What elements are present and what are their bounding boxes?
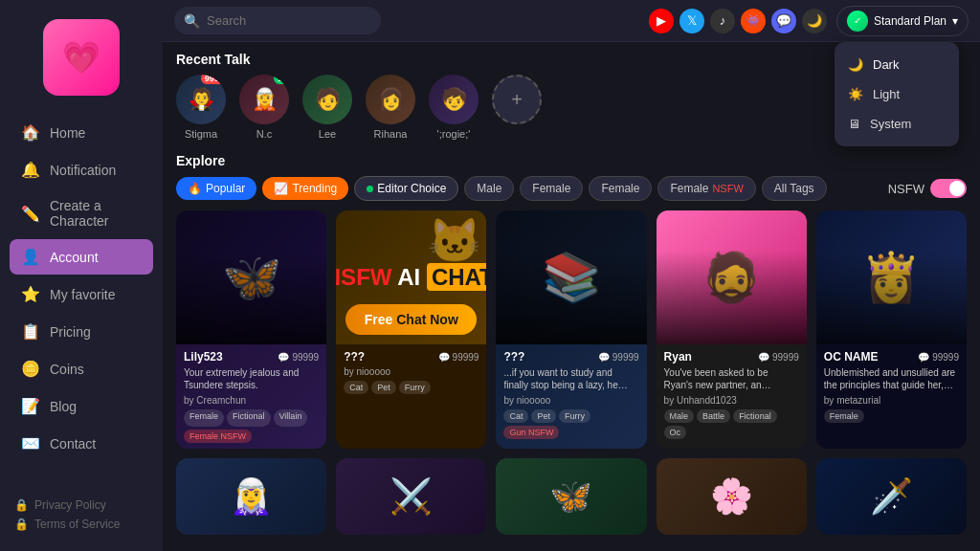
filter-male-btn[interactable]: Male [464, 176, 514, 201]
youtube-icon[interactable]: ▶ [649, 9, 674, 33]
discord-icon[interactable]: 💬 [771, 9, 796, 33]
filter-female-btn[interactable]: Female [520, 176, 583, 201]
lee-name: Lee [319, 128, 336, 140]
twitter-icon[interactable]: 𝕏 [679, 9, 704, 33]
sidebar-label-account: Account [50, 250, 99, 265]
bottom-card-2[interactable]: ⚔️ [336, 458, 486, 535]
sidebar-item-contact[interactable]: ✉️ Contact [10, 426, 153, 461]
trending-label: Trending [292, 182, 337, 195]
chevron-down-icon: ▾ [952, 14, 958, 28]
green-dot-icon [367, 186, 373, 192]
logo-emoji: 💗 [62, 39, 100, 76]
filter-female-nsfw-btn[interactable]: Female NSFW [657, 176, 755, 201]
dropdown-item-system[interactable]: 🖥 System [835, 109, 959, 139]
avatar-lee[interactable]: 🧑 Lee [302, 75, 352, 140]
sidebar-item-pricing[interactable]: 📋 Pricing [10, 314, 153, 349]
home-icon: 🏠 [21, 123, 40, 142]
nsfw-badge-text: NSFW [712, 183, 743, 194]
filter-trending-btn[interactable]: 📈 Trending [262, 177, 348, 200]
bottom-card-4[interactable]: 🌸 [657, 458, 807, 535]
card-oc-name[interactable]: 👸 OC NAME 💬 99999 Unblemished and unsull… [816, 210, 967, 449]
promo-tags: Cat Pet Furry [344, 381, 479, 394]
filter-popular-btn[interactable]: 🔥 Popular [176, 177, 256, 200]
avatar-rogie[interactable]: 🧒 ';rogie;' [429, 75, 479, 140]
lily523-author: by Creamchun [184, 395, 319, 406]
filter-editor-btn[interactable]: Editor Choice [354, 176, 458, 201]
dropdown-item-dark[interactable]: 🌙 Dark [835, 50, 959, 79]
privacy-policy-link[interactable]: 🔒 Privacy Policy [14, 498, 148, 512]
search-input[interactable] [174, 7, 381, 34]
sidebar-item-create-character[interactable]: ✏️ Create a Character [10, 189, 153, 237]
oc-author: by metazurial [824, 395, 959, 406]
ai-promo-text: AI [397, 264, 427, 290]
card-study[interactable]: 📚 ??? 💬 99999 ...if you want to study an… [496, 210, 646, 449]
tag-battle: Battle [697, 409, 730, 423]
topbar: 🔍 ▶ 𝕏 ♪ 👾 💬 🌙 ✓ Standard Plan ▾ 🌙 Dark [163, 0, 980, 42]
nc-avatar-img: 🧝 [252, 87, 278, 112]
account-icon: 👤 [21, 248, 40, 266]
sidebar-item-notification[interactable]: 🔔 Notification [10, 152, 153, 187]
chat-now-label: Chat Now [396, 312, 458, 327]
bottom-card-1[interactable]: 🧝‍♀️ [176, 458, 326, 535]
nsfw-toggle-switch[interactable] [930, 179, 967, 198]
sidebar-item-my-favorite[interactable]: ⭐ My favorite [10, 276, 153, 312]
app-logo: 💗 [43, 19, 120, 96]
free-chat-btn[interactable]: Free Chat Now [345, 304, 477, 335]
tag-furry: Furry [399, 381, 431, 394]
add-icon: + [492, 75, 542, 124]
sidebar-footer: 🔒 Privacy Policy 🔒 Terms of Service [0, 489, 163, 551]
card-ryan[interactable]: 🧔 Ryan 💬 99999 You've been asked to be R… [657, 210, 807, 449]
notification-icon: 🔔 [21, 161, 40, 179]
reddit-icon[interactable]: 👾 [741, 9, 766, 33]
avatar-stigma[interactable]: 🧛 999+ Stigma [176, 75, 226, 140]
nsfw-toggle-label: NSFW [888, 182, 924, 196]
terms-of-service-link[interactable]: 🔒 Terms of Service [14, 518, 148, 531]
promo-author: ??? [344, 350, 365, 364]
filter-female2-btn[interactable]: Female [589, 176, 652, 201]
cat-emoji: 🐱 [428, 215, 481, 266]
rogie-name: ';rogie;' [437, 128, 471, 140]
explore-title: Explore [176, 153, 967, 168]
dropdown-item-light[interactable]: ☀️ Light [835, 79, 959, 109]
study-name: ??? [503, 350, 524, 364]
sidebar-item-blog[interactable]: 📝 Blog [10, 388, 153, 424]
lily523-name: Lily523 [184, 350, 223, 364]
stigma-avatar-img: 🧛 [189, 87, 214, 112]
plan-badge[interactable]: ✓ Standard Plan ▾ [836, 6, 969, 36]
card-lily523[interactable]: 🦋 Lily523 💬 99999 Your extremely jealous… [176, 210, 326, 449]
plan-avatar: ✓ [847, 11, 868, 32]
lily523-tags: Female Fictional Villain Female NSFW [184, 409, 319, 443]
sidebar-label-coins: Coins [50, 362, 84, 377]
rogie-avatar-img: 🧒 [441, 87, 467, 112]
logo-area: 💗 [0, 0, 163, 115]
terms-label: Terms of Service [34, 518, 120, 531]
tiktok-icon[interactable]: ♪ [710, 9, 735, 33]
promo-msgs: 💬 99999 [438, 352, 479, 363]
filter-all-tags-btn[interactable]: All Tags [762, 176, 827, 201]
bottom-card-5[interactable]: 🗡️ [816, 458, 967, 535]
rihana-avatar-img: 👩 [378, 87, 404, 112]
sidebar-label-contact: Contact [50, 436, 96, 452]
tag-fictional: Fictional [733, 409, 777, 423]
bottom-card-3[interactable]: 🦋 [496, 458, 646, 535]
coins-icon: 🪙 [21, 360, 40, 378]
ryan-tags: Male Battle Fictional Oc [664, 409, 799, 439]
sidebar-label-home: Home [50, 125, 85, 141]
tag-cat: Cat [344, 381, 368, 394]
sidebar-item-coins[interactable]: 🪙 Coins [10, 351, 153, 386]
add-chat-button[interactable]: + [492, 75, 542, 124]
light-label: Light [873, 87, 900, 101]
card-promo[interactable]: NSFW AI CHAT Free Chat Now 🐱 ??? 💬 99999 [336, 210, 486, 449]
free-label: Free [365, 312, 393, 327]
tag-male: Male [664, 409, 695, 423]
avatar-rihana[interactable]: 👩 Rihana [366, 75, 415, 140]
nc-name: N.c [256, 128, 273, 140]
sidebar-item-account[interactable]: 👤 Account [10, 239, 153, 275]
editor-label: Editor Choice [377, 182, 446, 195]
nsfw-toggle-group: NSFW [888, 179, 967, 198]
theme-icon[interactable]: 🌙 [802, 9, 827, 33]
tag-female: Female [184, 409, 224, 427]
popular-label: Popular [206, 182, 245, 195]
avatar-nc[interactable]: 🧝 12 N.c [239, 75, 289, 140]
sidebar-item-home[interactable]: 🏠 Home [10, 115, 153, 150]
